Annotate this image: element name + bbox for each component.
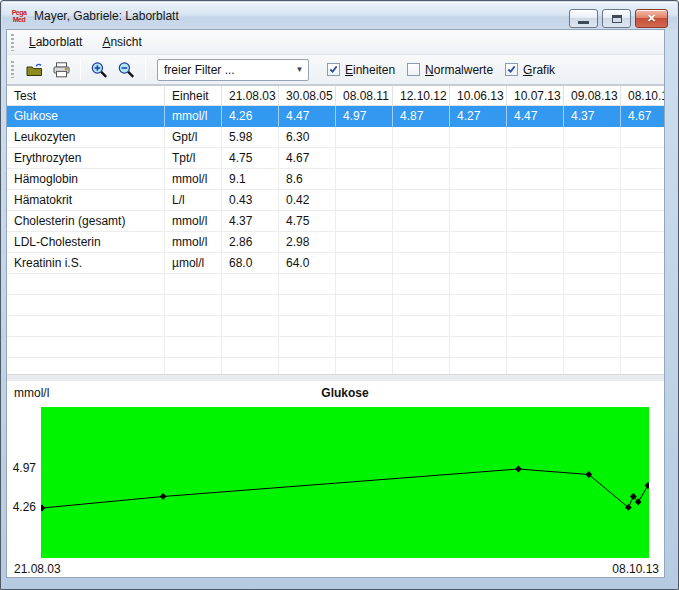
table-cell: 6.30 bbox=[279, 127, 336, 148]
table-cell bbox=[165, 316, 222, 337]
column-header: 30.08.05 bbox=[279, 86, 336, 106]
toolbar-separator bbox=[80, 59, 81, 80]
menu-item-ansicht[interactable]: Ansicht bbox=[94, 31, 149, 53]
table-cell bbox=[336, 148, 393, 169]
checkbox-label: Einheiten bbox=[345, 63, 395, 77]
table-cell: mmol/l bbox=[165, 169, 222, 190]
table-cell bbox=[564, 316, 621, 337]
close-button[interactable]: ✕ bbox=[635, 9, 668, 28]
menu-item-laborblatt[interactable]: Laborblatt bbox=[21, 31, 90, 53]
table-row[interactable]: LeukozytenGpt/l5.986.30 bbox=[7, 127, 664, 148]
table-cell bbox=[507, 316, 564, 337]
table-cell bbox=[450, 253, 507, 274]
toolbar-checkboxes: EinheitenNormalwerteGrafik bbox=[315, 63, 555, 77]
x-axis-end-label: 08.10.13 bbox=[612, 562, 659, 576]
zoom-out-icon bbox=[117, 61, 136, 79]
table-row[interactable]: ErythrozytenTpt/l4.754.67 bbox=[7, 148, 664, 169]
column-header: Einheit bbox=[165, 86, 222, 106]
checkbox-box[interactable] bbox=[505, 63, 518, 76]
table-row[interactable]: Cholesterin (gesamt)mmol/l4.374.75 bbox=[7, 211, 664, 232]
table-empty-row[interactable] bbox=[7, 337, 664, 358]
zoom-out-button[interactable] bbox=[114, 58, 139, 81]
toolbar-grip-handle[interactable] bbox=[11, 61, 14, 78]
checkbox-einheiten[interactable]: Einheiten bbox=[327, 63, 395, 77]
table-cell: 9.1 bbox=[222, 169, 279, 190]
table-cell: 4.37 bbox=[222, 211, 279, 232]
table-cell bbox=[564, 190, 621, 211]
checkbox-label: Grafik bbox=[523, 63, 555, 77]
table-cell: 4.37 bbox=[564, 106, 621, 127]
table-row[interactable]: Hämoglobinmmol/l9.18.6 bbox=[7, 169, 664, 190]
checkbox-normalwerte[interactable]: Normalwerte bbox=[407, 63, 493, 77]
checkbox-grafik[interactable]: Grafik bbox=[505, 63, 555, 77]
menu-items: LaborblattAnsicht bbox=[21, 35, 154, 49]
filter-combobox-value: freier Filter ... bbox=[158, 63, 291, 77]
table-cell: 2.98 bbox=[279, 232, 336, 253]
checkbox-box[interactable] bbox=[407, 63, 420, 76]
table-cell bbox=[621, 211, 664, 232]
filter-combobox[interactable]: freier Filter ... ▼ bbox=[157, 59, 309, 81]
table-cell bbox=[507, 358, 564, 374]
column-header: 08.08.11 bbox=[336, 86, 393, 106]
table-cell bbox=[336, 169, 393, 190]
print-button[interactable] bbox=[49, 58, 74, 81]
splitter-handle[interactable] bbox=[7, 374, 664, 381]
table-row[interactable]: Glukosemmol/l4.264.474.974.874.274.474.3… bbox=[7, 106, 664, 127]
table-cell: 4.87 bbox=[393, 106, 450, 127]
table-cell bbox=[507, 274, 564, 295]
table-cell bbox=[279, 316, 336, 337]
client-area: LaborblattAnsicht bbox=[7, 30, 664, 577]
chart-title: Glukose bbox=[41, 386, 649, 400]
table-cell bbox=[621, 190, 664, 211]
chart-panel: mmol/l Glukose 4.97 4.26 21.08.03 08.10.… bbox=[7, 381, 664, 577]
table-cell bbox=[336, 232, 393, 253]
minimize-button[interactable] bbox=[569, 9, 598, 28]
column-header: Test bbox=[7, 86, 165, 106]
table-cell bbox=[393, 295, 450, 316]
chevron-down-icon[interactable]: ▼ bbox=[291, 65, 308, 74]
table-cell: Glukose bbox=[7, 106, 165, 127]
table-cell bbox=[279, 358, 336, 374]
table-row[interactable]: HämatokritL/l0.430.42 bbox=[7, 190, 664, 211]
table-cell bbox=[222, 295, 279, 316]
table-cell bbox=[393, 358, 450, 374]
table-cell bbox=[336, 295, 393, 316]
table-cell: Leukozyten bbox=[7, 127, 165, 148]
table-cell bbox=[165, 358, 222, 374]
table-cell bbox=[507, 295, 564, 316]
table-empty-row[interactable] bbox=[7, 316, 664, 337]
checkbox-box[interactable] bbox=[327, 63, 340, 76]
table-cell bbox=[507, 211, 564, 232]
minimize-icon bbox=[578, 21, 589, 24]
table-cell: L/l bbox=[165, 190, 222, 211]
window-title: Mayer, Gabriele: Laborblatt bbox=[34, 9, 179, 23]
titlebar[interactable]: Pega Med Mayer, Gabriele: Laborblatt ✕ bbox=[2, 2, 677, 30]
table-empty-row[interactable] bbox=[7, 295, 664, 316]
table-cell: µmol/l bbox=[165, 253, 222, 274]
menubar-grip-handle[interactable] bbox=[11, 34, 14, 51]
open-button[interactable] bbox=[22, 58, 47, 81]
table-cell bbox=[621, 337, 664, 358]
table-row[interactable]: Kreatinin i.S.µmol/l68.064.0 bbox=[7, 253, 664, 274]
toolbar-separator bbox=[145, 59, 146, 80]
table-cell bbox=[621, 358, 664, 374]
column-header: 21.08.03 bbox=[222, 86, 279, 106]
table-cell bbox=[165, 274, 222, 295]
maximize-button[interactable] bbox=[602, 9, 631, 28]
table-cell bbox=[564, 274, 621, 295]
table-empty-row[interactable] bbox=[7, 358, 664, 374]
table-cell bbox=[7, 316, 165, 337]
table-cell: mmol/l bbox=[165, 232, 222, 253]
zoom-in-button[interactable] bbox=[87, 58, 112, 81]
table-cell bbox=[393, 169, 450, 190]
table-cell bbox=[393, 337, 450, 358]
table-cell bbox=[564, 148, 621, 169]
table-empty-row[interactable] bbox=[7, 274, 664, 295]
table-cell: LDL-Cholesterin bbox=[7, 232, 165, 253]
table-row[interactable]: LDL-Cholesterinmmol/l2.862.98 bbox=[7, 232, 664, 253]
glucose-trend-line bbox=[41, 407, 649, 558]
table-header-row: TestEinheit21.08.0330.08.0508.08.1112.10… bbox=[7, 86, 664, 106]
table-cell: Tpt/l bbox=[165, 148, 222, 169]
table-cell bbox=[336, 358, 393, 374]
table-cell bbox=[564, 211, 621, 232]
